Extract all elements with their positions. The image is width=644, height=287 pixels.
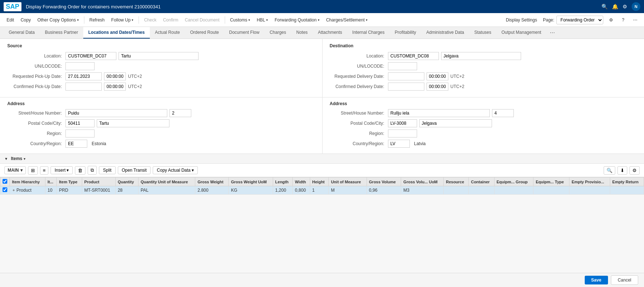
tabs-more-icon[interactable]: ⋯ — [546, 27, 559, 39]
search-icon[interactable]: 🔍 — [601, 4, 608, 9]
confirm-button[interactable]: Confirm — [160, 16, 181, 24]
edit-button[interactable]: Edit — [4, 16, 17, 24]
src-country-name: Estonia — [92, 141, 106, 146]
source-location-name[interactable] — [119, 52, 199, 60]
dest-location-label: Location: — [330, 53, 388, 59]
dst-city-input[interactable] — [419, 119, 492, 127]
src-house-input[interactable] — [169, 109, 191, 117]
gear-icon-btn[interactable]: ⚙ — [606, 16, 616, 24]
grid-view-btn[interactable]: ⊞ — [28, 166, 38, 175]
toolbar-right: Display Settings Page: Forwarding Order … — [503, 16, 640, 24]
tab-actual-route[interactable]: Actual Route — [150, 27, 185, 39]
source-pickup-label: Requested Pick-Up Date: — [7, 74, 65, 79]
dst-postal-label: Postal Code/City: — [330, 121, 388, 126]
dst-street-label: Street/House Number: — [330, 111, 388, 116]
source-section: Source Location: UN/LOCODE: Requested Pi… — [0, 39, 322, 97]
source-confirmed-time[interactable] — [104, 83, 126, 91]
col-container: Container — [469, 178, 494, 186]
cancel-document-button[interactable]: Cancel Document — [182, 16, 222, 24]
list-view-btn[interactable]: ≡ — [40, 166, 49, 175]
source-location-row: Location: — [7, 52, 315, 60]
user-avatar[interactable]: N — [632, 2, 640, 11]
tab-administrative-data[interactable]: Administrative Data — [421, 27, 469, 39]
help-icon-btn[interactable]: ? — [619, 16, 627, 24]
follow-up-button[interactable]: Follow Up ▾ — [108, 16, 136, 24]
tab-locations-dates[interactable]: Locations and Dates/Times — [83, 27, 150, 39]
items-toolbar: MAIN ▾ ⊞ ≡ Insert ▾ 🗑 ⧉ Split Open Trans… — [0, 164, 644, 177]
dest-location-name[interactable] — [441, 52, 521, 60]
tab-charges[interactable]: Charges — [264, 27, 291, 39]
tab-notes[interactable]: Notes — [291, 27, 313, 39]
items-chevron[interactable]: ▾ — [24, 157, 25, 161]
dst-region-input[interactable] — [388, 129, 417, 137]
dst-country-code[interactable] — [388, 140, 410, 148]
settings-icon[interactable]: ⚙ — [623, 4, 627, 9]
dst-street-input[interactable] — [388, 109, 490, 117]
forwarding-quotation-button[interactable]: Forwarding Quotation ▾ — [272, 16, 322, 24]
src-street-input[interactable] — [65, 109, 167, 117]
display-settings-button[interactable]: Display Settings — [503, 16, 540, 24]
tab-attachments[interactable]: Attachments — [313, 27, 347, 39]
main-dropdown[interactable]: MAIN ▾ — [4, 166, 26, 174]
tab-general-data[interactable]: General Data — [4, 27, 40, 39]
row-checkbox[interactable] — [3, 187, 7, 192]
more-icon-btn[interactable]: ⋯ — [630, 16, 640, 24]
copy-actual-data-button[interactable]: Copy Actual Data ▾ — [153, 166, 198, 174]
split-button[interactable]: Split — [99, 166, 115, 174]
tab-bar: General Data Business Partner Locations … — [0, 27, 644, 39]
table-row[interactable]: ✦ Product 10 PRD MT-SRT0001 28 PAL 2.800… — [0, 186, 644, 195]
tab-statuses[interactable]: Statuses — [469, 27, 496, 39]
tab-output-management[interactable]: Output Management — [496, 27, 546, 39]
search-items-btn[interactable]: 🔍 — [604, 166, 615, 175]
dst-region-label: Region: — [330, 131, 388, 136]
copy-row-button[interactable]: ⧉ — [88, 166, 97, 175]
tab-business-partner[interactable]: Business Partner — [40, 27, 83, 39]
dest-location-code[interactable] — [388, 52, 439, 60]
col-gw-uom: Gross Weight UoM — [229, 178, 273, 186]
select-all-checkbox[interactable] — [3, 179, 7, 184]
src-country-code[interactable] — [65, 140, 87, 148]
settings-items-btn[interactable]: ⚙ — [629, 166, 640, 175]
source-pickup-date[interactable] — [65, 72, 102, 80]
src-city-input[interactable] — [97, 119, 169, 127]
dest-delivery-label: Requested Delivery Date: — [330, 74, 388, 79]
dst-postal-input[interactable] — [388, 119, 417, 127]
source-pickup-tz: UTC+2 — [128, 74, 142, 79]
insert-button[interactable]: Insert ▾ — [51, 166, 73, 174]
source-title: Source — [7, 43, 315, 48]
tab-ordered-route[interactable]: Ordered Route — [185, 27, 224, 39]
dest-confirmed-date[interactable] — [388, 83, 424, 91]
tab-profitability[interactable]: Profitability — [390, 27, 421, 39]
customs-button[interactable]: Customs ▾ — [227, 16, 253, 24]
source-confirmed-date[interactable] — [65, 83, 102, 91]
dest-confirmed-tz: UTC+2 — [451, 84, 464, 89]
charges-settlement-button[interactable]: Charges/Settlement ▾ — [323, 16, 371, 24]
delete-button[interactable]: 🗑 — [75, 166, 85, 175]
open-transit-button[interactable]: Open Transit — [118, 166, 151, 174]
bell-icon[interactable]: 🔔 — [612, 4, 618, 9]
hbl-button[interactable]: HBL ▾ — [254, 16, 271, 24]
dest-delivery-date[interactable] — [388, 72, 424, 80]
source-unlocode-input[interactable] — [65, 62, 95, 70]
dst-house-input[interactable] — [492, 109, 514, 117]
source-location-code[interactable] — [65, 52, 116, 60]
source-pickup-time[interactable] — [104, 72, 126, 80]
refresh-button[interactable]: Refresh — [87, 16, 108, 24]
check-button[interactable]: Check — [141, 16, 159, 24]
page-select[interactable]: Forwarding Order — [556, 16, 603, 24]
src-region-input[interactable] — [65, 129, 95, 137]
dest-confirmed-time[interactable] — [427, 83, 448, 91]
tab-internal-charges[interactable]: Internal Charges — [347, 27, 390, 39]
page-title: Display Forwarding Order for containers … — [26, 4, 601, 9]
download-btn[interactable]: ⬇ — [617, 166, 627, 175]
tab-document-flow[interactable]: Document Flow — [224, 27, 264, 39]
dest-unlocode-input[interactable] — [388, 62, 417, 70]
col-gross-weight: Gross Weight — [195, 178, 229, 186]
copy-button[interactable]: Copy — [18, 16, 34, 24]
dest-unlocode-row: UN/LOCODE: — [330, 62, 637, 70]
dest-unlocode-label: UN/LOCODE: — [330, 64, 388, 69]
src-postal-input[interactable] — [65, 119, 95, 127]
dest-delivery-time[interactable] — [427, 72, 448, 80]
items-toggle[interactable]: ▼ — [4, 157, 8, 161]
other-copy-button[interactable]: Other Copy Options ▾ — [35, 16, 82, 24]
